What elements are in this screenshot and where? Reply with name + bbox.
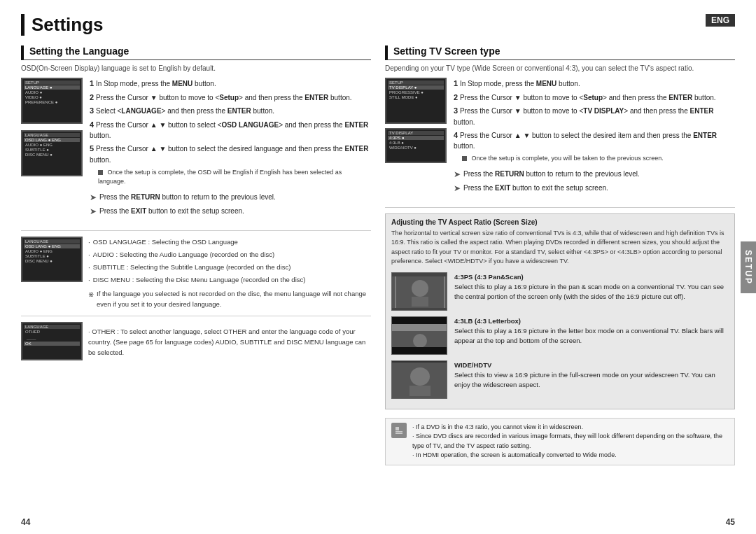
svg-rect-11 <box>410 386 430 396</box>
svg-rect-13 <box>392 398 447 399</box>
panscan-desc: Select this to play a 16:9 picture in th… <box>454 282 729 302</box>
right-subtitle: Depending on your TV type (Wide Screen o… <box>385 64 735 72</box>
note-square-icon <box>98 170 103 175</box>
panscan-thumb <box>391 272 447 311</box>
right-column: Setting TV Screen type Depending on your… <box>385 45 735 512</box>
dot-icon-other: · <box>88 328 90 335</box>
svg-point-2 <box>412 280 428 297</box>
step-3: 3 Select <LANGUAGE> and then press the E… <box>90 105 371 117</box>
right-step-1: 1 In Stop mode, press the MENU button. <box>454 78 735 90</box>
left-screen-3: LANGUAGE OSD LANG ● ENG AUDIO ● ENG SUBT… <box>21 237 83 282</box>
dot-icon-5: ※ <box>88 289 94 300</box>
left-subtitle: OSD(On-Screen Display) language is set t… <box>21 64 371 72</box>
right-section-title: Setting TV Screen type <box>385 45 735 60</box>
svg-rect-15 <box>396 427 399 430</box>
svg-rect-3 <box>412 297 428 307</box>
info-item-1: · OSD LANGUAGE : Selecting the OSD Langu… <box>88 237 371 248</box>
letterbox-desc: Select this to play a 16:9 picture in th… <box>454 326 729 346</box>
wide-svg <box>392 361 447 399</box>
exit-line: ➤ Press the EXIT button to exit the setu… <box>90 205 371 218</box>
other-block-area: LANGUAGE OTHER ____ OK · OTHER : To sele… <box>21 322 371 360</box>
left-section-title: Setting the Language <box>21 45 371 60</box>
right-steps-list: 1 In Stop mode, press the MENU button. 2… <box>454 78 735 196</box>
right-divider-1 <box>385 207 735 208</box>
right-step-4: 4 Press the Cursor ▲ ▼ button to select … <box>454 129 735 152</box>
panscan-label: 4:3PS (4:3 Pan&Scan) <box>454 272 729 282</box>
right-step-2: 2 Press the Cursor ▼ button to move to <… <box>454 92 735 104</box>
left-screen-4: LANGUAGE OTHER ____ OK <box>21 322 83 360</box>
wide-desc: Select this to view a 16:9 picture in th… <box>454 370 729 391</box>
wide-info: WIDE/HDTV Select this to view a 16:9 pic… <box>454 360 729 391</box>
page-num-left: 44 <box>21 517 30 527</box>
info-item-2: · AUDIO : Selecting the Audio Language (… <box>88 249 371 261</box>
info-block: · OSD LANGUAGE : Selecting the OSD Langu… <box>88 237 371 310</box>
right-arrow-icon-2: ➤ <box>454 182 461 195</box>
left-divider-1 <box>21 230 371 231</box>
bottom-note-text: · If a DVD is in the 4:3 ratio, you cann… <box>412 423 729 461</box>
left-divider-2 <box>21 316 371 316</box>
bottom-note-item-2: · Since DVD discs are recorded in variou… <box>412 432 729 451</box>
columns: Setting the Language OSD(On-Screen Displ… <box>21 45 735 512</box>
black-bar-top <box>392 317 447 324</box>
aspect-intro: The horizontal to vertical screen size r… <box>391 229 729 267</box>
right-arrow-icon: ➤ <box>454 168 461 181</box>
left-return-lines: ➤ Press the RETURN button to return to t… <box>90 191 371 218</box>
aspect-item-letterbox: 4:3LB (4:3 Letterbox) Select this to pla… <box>391 316 729 355</box>
svg-rect-12 <box>392 361 447 363</box>
left-note: Once the setup is complete, the OSD will… <box>90 168 371 187</box>
panscan-svg <box>392 273 447 311</box>
left-screen-2: LANGUAGE OSD LANG ● ENG AUDIO ● ENG SUBT… <box>21 130 83 176</box>
note-svg <box>393 424 405 437</box>
other-item: · OTHER : To select another language, se… <box>88 326 371 358</box>
page-container: ENG SETUP Settings Setting the Language … <box>0 0 756 534</box>
page-title: Settings <box>21 14 735 36</box>
step-2: 2 Press the Cursor ▼ button to move to <… <box>90 92 371 104</box>
aspect-box-title: Adjusting the TV Aspect Ratio (Screen Si… <box>391 218 729 226</box>
right-screen-images: SETUP TV DISPLAY ● PROGRESSIVE ● STILL M… <box>385 78 448 196</box>
info-item-3: · SUBTITLE : Selecting the Subtitle Lang… <box>88 262 371 274</box>
step-4: 4 Press the Cursor ▲ ▼ button to select … <box>90 119 371 141</box>
aspect-ratio-box: Adjusting the TV Aspect Ratio (Screen Si… <box>385 213 735 409</box>
right-step-3: 3 Press the Cursor ▼ button to move to <… <box>454 105 735 127</box>
bottom-note-item-3: · In HDMI operation, the screen is autom… <box>412 451 729 461</box>
info-item-4: · DISC MENU : Selecting the Disc Menu La… <box>88 274 371 286</box>
svg-point-7 <box>413 334 427 348</box>
left-screen-1: SETUP LANGUAGE ● AUDIO ● VIDEO ● PREFERE… <box>21 78 83 124</box>
right-return-lines: ➤ Press the RETURN button to return to t… <box>454 168 735 195</box>
bottom-note-item-1: · If a DVD is in the 4:3 ratio, you cann… <box>412 423 729 433</box>
right-steps-area: SETUP TV DISPLAY ● PROGRESSIVE ● STILL M… <box>385 78 735 196</box>
letterbox-label: 4:3LB (4:3 Letterbox) <box>454 316 729 326</box>
panscan-info: 4:3PS (4:3 Pan&Scan) Select this to play… <box>454 272 729 302</box>
svg-rect-17 <box>396 433 402 434</box>
left-steps-list: 1 In Stop mode, press the MENU button. 2… <box>90 78 371 219</box>
dot-icon-4: · <box>88 275 90 286</box>
aspect-item-panscan: 4:3PS (4:3 Pan&Scan) Select this to play… <box>391 272 729 311</box>
arrow-icon-2: ➤ <box>90 205 97 218</box>
dot-icon-3: · <box>88 262 90 274</box>
page-numbers: 44 45 <box>21 512 735 527</box>
step-1: 1 In Stop mode, press the MENU button. <box>90 78 371 90</box>
left-column: Setting the Language OSD(On-Screen Displ… <box>21 45 371 512</box>
dot-icon: · <box>88 237 90 248</box>
svg-rect-16 <box>396 431 402 433</box>
return-line: ➤ Press the RETURN button to return to t… <box>90 191 371 204</box>
svg-point-10 <box>410 367 430 386</box>
other-block: · OTHER : To select another language, se… <box>88 326 371 360</box>
right-screen-2: TV DISPLAY 4:3PS ● 4:3LB ● WIDE/HDTV ● <box>385 128 447 163</box>
setup-badge: SETUP <box>741 241 756 293</box>
right-return-line: ➤ Press the RETURN button to return to t… <box>454 168 735 181</box>
dot-icon-2: · <box>88 250 90 261</box>
page-num-right: 45 <box>726 517 735 527</box>
info-block-area: LANGUAGE OSD LANG ● ENG AUDIO ● ENG SUBT… <box>21 237 371 310</box>
wide-thumb <box>391 360 447 399</box>
arrow-icon: ➤ <box>90 191 97 204</box>
right-note: Once the setup is complete, you will be … <box>454 154 735 164</box>
right-screen-1: SETUP TV DISPLAY ● PROGRESSIVE ● STILL M… <box>385 78 447 124</box>
eng-badge: ENG <box>706 14 735 27</box>
letterbox-info: 4:3LB (4:3 Letterbox) Select this to pla… <box>454 316 729 346</box>
left-screen-images: SETUP LANGUAGE ● AUDIO ● VIDEO ● PREFERE… <box>21 78 84 219</box>
step-5: 5 Press the Cursor ▲ ▼ button to select … <box>90 143 371 165</box>
wide-label: WIDE/HDTV <box>454 360 729 370</box>
info-item-5: ※ If the language you selected is not re… <box>88 288 371 309</box>
letterbox-content <box>392 324 447 347</box>
